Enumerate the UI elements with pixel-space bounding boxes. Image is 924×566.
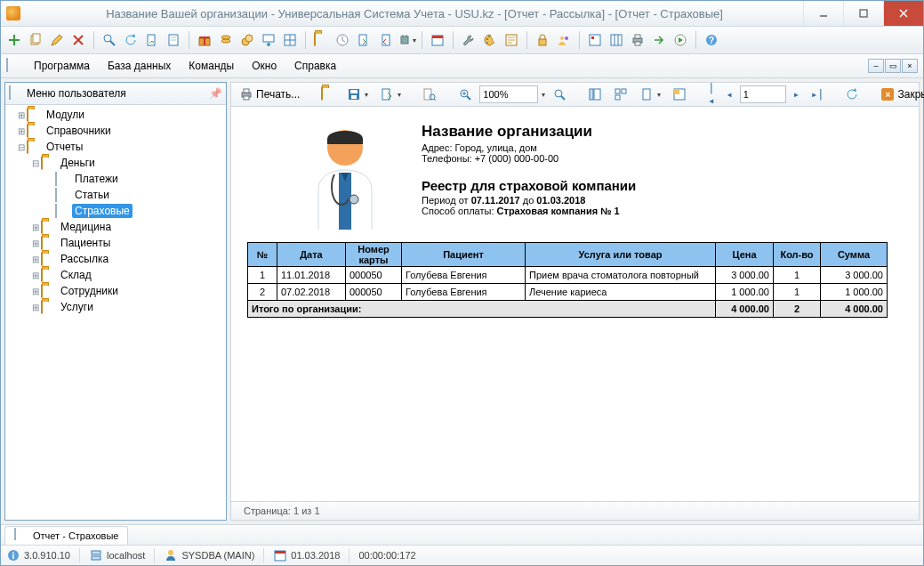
- printer-icon: [239, 87, 253, 101]
- add-button[interactable]: [4, 30, 24, 50]
- svg-point-38: [565, 36, 568, 40]
- page-input[interactable]: [740, 85, 786, 103]
- delete-button[interactable]: [68, 30, 88, 50]
- mdi-minimize-button[interactable]: –: [868, 59, 884, 73]
- play-button[interactable]: [671, 30, 690, 50]
- status-version: i 3.0.910.10: [6, 548, 80, 562]
- status-time: 00:00:00:172: [358, 550, 424, 561]
- report-table: № Дата Номер карты Пациент Услуга или то…: [247, 242, 888, 318]
- export-button[interactable]: [375, 30, 395, 50]
- r-outline-button[interactable]: [583, 85, 607, 103]
- r-find-button[interactable]: [418, 85, 441, 103]
- r-print-button[interactable]: Печать...: [235, 85, 304, 103]
- maximize-button[interactable]: [843, 1, 883, 26]
- nav-last-button[interactable]: ▸|: [807, 85, 828, 103]
- tree-reports[interactable]: ⊟Отчеты: [5, 139, 226, 155]
- tool-button-3[interactable]: [142, 30, 162, 50]
- menu-commands[interactable]: Команды: [181, 57, 242, 75]
- tree-modules[interactable]: ⊞Модули: [5, 107, 226, 123]
- tree-money[interactable]: ⊟Деньги: [5, 155, 226, 171]
- tool-button-4[interactable]: [164, 30, 183, 50]
- tree-references[interactable]: ⊞Справочники: [5, 123, 226, 139]
- tree-staff[interactable]: ⊞Сотрудники: [5, 283, 226, 299]
- tool-button-5[interactable]: [195, 30, 214, 50]
- tool-button-9[interactable]: [280, 30, 300, 50]
- plugin-button[interactable]: ▾: [397, 30, 416, 50]
- copy-button[interactable]: [26, 30, 45, 50]
- tree-patients[interactable]: ⊞Пациенты: [5, 235, 226, 251]
- svg-text:?: ?: [709, 36, 714, 45]
- export-doc-icon: [380, 87, 394, 101]
- nav-prev-button[interactable]: ◂: [722, 85, 737, 103]
- tree-medicine[interactable]: ⊞Медицина: [5, 219, 226, 235]
- users-button[interactable]: [554, 30, 574, 50]
- r-thumbs-button[interactable]: [609, 85, 632, 103]
- r-open-button[interactable]: [317, 85, 340, 103]
- note-button[interactable]: [502, 30, 521, 50]
- r-page-button[interactable]: ▾: [635, 85, 665, 103]
- nav-next-button[interactable]: ▸: [789, 85, 804, 103]
- tool-button-send[interactable]: [649, 30, 669, 50]
- report-close-button[interactable]: × Закрыть: [876, 85, 924, 103]
- tree-articles[interactable]: Статьи: [5, 187, 226, 203]
- edit-button[interactable]: [47, 30, 67, 50]
- zoom-input[interactable]: [479, 85, 538, 103]
- tree-insurance[interactable]: Страховые: [5, 203, 226, 219]
- menu-window[interactable]: Окно: [244, 57, 285, 75]
- arrow-right-icon: [652, 33, 666, 47]
- tree-services[interactable]: ⊞Услуги: [5, 299, 226, 315]
- history-button[interactable]: [333, 30, 352, 50]
- calendar-button[interactable]: [428, 30, 447, 50]
- th-qty: Кол-во: [774, 243, 821, 267]
- lock-button[interactable]: [533, 30, 552, 50]
- r-fit-button[interactable]: [548, 85, 571, 103]
- print-main-button[interactable]: [628, 30, 647, 50]
- app-icon: [6, 6, 20, 20]
- doc-tab-insurance[interactable]: Отчет - Страховые: [4, 526, 128, 545]
- svg-rect-71: [643, 89, 650, 100]
- svg-text:i: i: [12, 551, 15, 561]
- svg-point-6: [104, 35, 111, 42]
- pin-icon[interactable]: 📌: [209, 87, 222, 100]
- tool-button-filter[interactable]: [585, 30, 605, 50]
- tool-button-10[interactable]: [311, 30, 331, 50]
- menu-program[interactable]: Программа: [26, 57, 98, 75]
- r-refresh-button[interactable]: [840, 85, 864, 103]
- x-icon: [71, 33, 85, 47]
- side-panel: Меню пользователя 📌 ⊞Модули ⊞Справочники…: [4, 82, 227, 521]
- report-viewport[interactable]: Название организации Адрес: Город, улица…: [230, 107, 920, 502]
- search-button[interactable]: [100, 30, 119, 50]
- minimize-button[interactable]: [803, 1, 843, 26]
- r-color-button[interactable]: [668, 85, 691, 103]
- tool-button-7[interactable]: [237, 30, 257, 50]
- r-save-button[interactable]: ▾: [342, 85, 373, 103]
- import-button[interactable]: [354, 30, 374, 50]
- svg-point-64: [555, 90, 562, 97]
- status-host: localhost: [89, 548, 155, 562]
- r-zoom-button[interactable]: [454, 85, 477, 103]
- mdi-close-button[interactable]: ×: [902, 59, 918, 73]
- settings-button[interactable]: [459, 30, 478, 50]
- window-title: Название Вашей организации - Универсальн…: [26, 7, 803, 20]
- close-x-icon: ×: [881, 88, 894, 101]
- tool-button-6[interactable]: [216, 30, 236, 50]
- close-button[interactable]: [883, 1, 923, 26]
- mdi-restore-button[interactable]: ▭: [885, 59, 901, 73]
- tree-mailing[interactable]: ⊞Рассылка: [5, 251, 226, 267]
- help-button[interactable]: ?: [702, 30, 721, 50]
- palette-button[interactable]: [480, 30, 500, 50]
- nav-first-button[interactable]: |◂: [703, 85, 719, 103]
- tool-button-8[interactable]: [259, 30, 278, 50]
- r-export-button[interactable]: ▾: [375, 85, 406, 103]
- menu-database[interactable]: База данных: [100, 57, 179, 75]
- th-sum: Сумма: [821, 243, 888, 267]
- refresh-button[interactable]: [121, 30, 141, 50]
- svg-rect-25: [359, 35, 366, 45]
- menu-help[interactable]: Справка: [286, 57, 344, 75]
- svg-rect-68: [615, 89, 620, 93]
- zoom-dropdown-icon[interactable]: ▾: [542, 91, 545, 99]
- tree-payments[interactable]: Платежи: [5, 171, 226, 187]
- tool-button-grid2[interactable]: [607, 30, 626, 50]
- thumbs-icon: [614, 87, 628, 101]
- tree-stock[interactable]: ⊞Склад: [5, 267, 226, 283]
